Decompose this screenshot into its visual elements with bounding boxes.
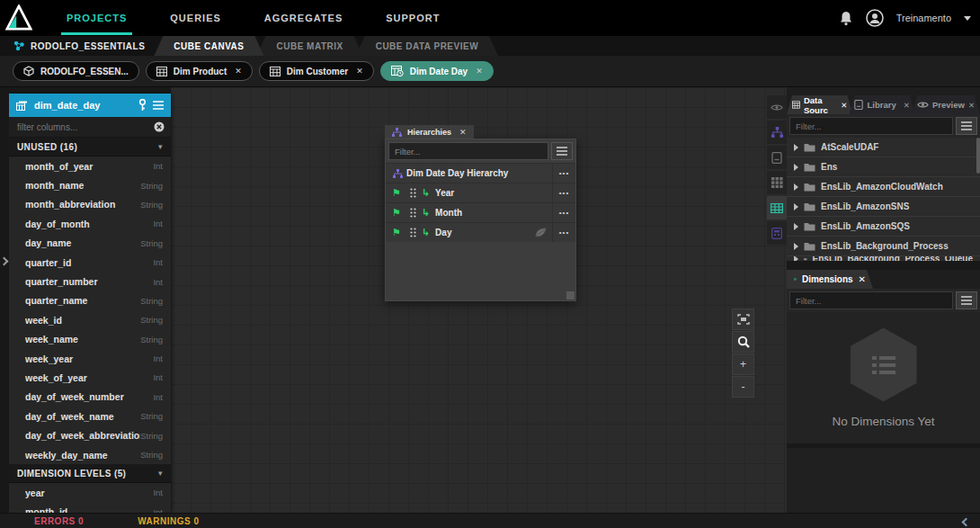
hierarchy-filter-input[interactable] bbox=[388, 142, 548, 160]
clear-filter-icon[interactable] bbox=[154, 121, 165, 132]
row-menu-icon[interactable]: ••• bbox=[552, 203, 575, 222]
field-row[interactable]: day_of_monthInt bbox=[9, 214, 171, 233]
field-row[interactable]: month_of_yearInt bbox=[9, 157, 171, 175]
row-menu-icon[interactable]: ••• bbox=[552, 223, 575, 242]
empty-hexagon-icon bbox=[851, 328, 917, 402]
errors-counter[interactable]: ERRORS 0 bbox=[34, 516, 84, 526]
field-row[interactable]: month_idInt bbox=[9, 503, 171, 513]
close-icon[interactable]: ✕ bbox=[859, 274, 866, 284]
left-panel-collapse-handle[interactable] bbox=[1, 252, 7, 268]
field-name: week_name bbox=[25, 334, 140, 345]
atscale-logo-icon[interactable] bbox=[4, 3, 34, 33]
key-icon[interactable] bbox=[138, 99, 147, 112]
close-icon[interactable]: ✕ bbox=[841, 101, 847, 110]
row-menu-icon[interactable]: ••• bbox=[552, 164, 575, 183]
datasource-menu-icon[interactable] bbox=[956, 117, 977, 135]
nav-support[interactable]: SUPPORT bbox=[364, 0, 461, 36]
drag-handle-icon[interactable] bbox=[403, 228, 420, 237]
field-row[interactable]: day_of_week_numberInt bbox=[9, 388, 171, 407]
measures-toggle-icon[interactable] bbox=[767, 221, 787, 245]
field-row[interactable]: week_yearInt bbox=[9, 349, 171, 368]
folder-icon bbox=[804, 202, 815, 211]
chip-project[interactable]: RODOLFO_ESSEN... bbox=[13, 61, 139, 81]
chip-dim-date-day[interactable]: Dim Date Day ✕ bbox=[380, 61, 494, 81]
field-row[interactable]: quarter_idInt bbox=[9, 253, 171, 272]
dataset-menu-icon[interactable] bbox=[153, 101, 164, 110]
folder-row[interactable]: EnsLib_AmazonCloudWatch bbox=[787, 177, 980, 197]
dataset-panel-header[interactable]: dim_date_day bbox=[9, 94, 171, 117]
user-avatar-icon[interactable] bbox=[866, 9, 884, 27]
chip-dim-customer[interactable]: Dim Customer ✕ bbox=[259, 61, 374, 81]
field-row[interactable]: weekly_day_nameString bbox=[9, 445, 171, 464]
hierarchy-menu-icon[interactable] bbox=[551, 142, 573, 160]
tab-preview[interactable]: Preview ✕ bbox=[912, 95, 980, 114]
folder-row[interactable]: EnsLib_AmazonSNS bbox=[787, 197, 980, 217]
data-sources-toggle-icon[interactable] bbox=[767, 171, 787, 194]
folder-row-clipped[interactable]: EnsLib_Background_Process_Queue bbox=[787, 256, 980, 261]
statusbar-collapse-handle[interactable] bbox=[963, 513, 969, 528]
field-row[interactable]: quarter_nameString bbox=[9, 291, 171, 310]
tab-library[interactable]: Library ✕ bbox=[849, 95, 914, 114]
tab-data-sources[interactable]: Data Sourc ✕ bbox=[787, 95, 852, 114]
hierarchies-toggle-icon[interactable] bbox=[767, 121, 787, 144]
nav-projects[interactable]: PROJECTS bbox=[45, 0, 148, 36]
window-resize-handle[interactable] bbox=[566, 291, 575, 300]
hierarchy-level-row-year[interactable]: ⚑ ↳ Year ••• bbox=[386, 183, 575, 202]
nav-aggregates[interactable]: AGGREGATES bbox=[243, 0, 364, 36]
nav-queries[interactable]: QUERIES bbox=[148, 0, 243, 36]
zoom-search-icon[interactable] bbox=[732, 331, 754, 353]
field-row[interactable]: yearInt bbox=[9, 483, 171, 502]
book-icon bbox=[854, 100, 863, 110]
folder-row[interactable]: EnsLib_AmazonSQS bbox=[787, 217, 980, 237]
folder-row[interactable]: AtScaleUDAF bbox=[787, 138, 980, 157]
hierarchy-level-row-day[interactable]: ⚑ ↳ Day ••• bbox=[386, 222, 575, 242]
row-menu-icon[interactable]: ••• bbox=[552, 183, 575, 202]
user-menu[interactable]: Treinamento bbox=[896, 13, 951, 23]
folder-row[interactable]: Ens bbox=[787, 157, 980, 177]
fit-to-screen-icon[interactable] bbox=[732, 309, 754, 330]
datasource-filter-input[interactable] bbox=[789, 117, 953, 135]
field-row[interactable]: week_idString bbox=[9, 310, 171, 329]
field-row[interactable]: quarter_numberInt bbox=[9, 272, 171, 291]
field-row[interactable]: week_of_yearInt bbox=[9, 368, 171, 387]
chip-close-icon[interactable]: ✕ bbox=[235, 67, 242, 76]
drag-handle-icon[interactable] bbox=[403, 188, 420, 198]
column-filter-input[interactable] bbox=[15, 121, 154, 133]
hierarchy-root-row[interactable]: Dim Date Day Hierarchy ••• bbox=[386, 163, 575, 183]
section-dimension-levels[interactable]: DIMENSION LEVELS (5) ▾ bbox=[9, 464, 171, 483]
chip-close-icon[interactable]: ✕ bbox=[356, 67, 363, 76]
close-icon[interactable]: ✕ bbox=[968, 101, 975, 110]
field-row[interactable]: day_of_week_abbreviationString bbox=[9, 425, 171, 444]
field-row[interactable]: week_nameString bbox=[9, 330, 171, 349]
tab-cube-matrix[interactable]: CUBE MATRIX bbox=[256, 36, 362, 56]
field-row[interactable]: month_nameString bbox=[9, 175, 171, 194]
preview-eye-icon[interactable] bbox=[767, 95, 787, 119]
zoom-in-button[interactable]: + bbox=[732, 353, 754, 375]
scrollbar-thumb[interactable] bbox=[976, 138, 980, 174]
tab-cube-canvas[interactable]: CUBE CANVAS bbox=[154, 36, 263, 56]
zoom-out-button[interactable]: - bbox=[732, 376, 754, 398]
project-breadcrumb[interactable]: RODOLFO_ESSENTIALS bbox=[0, 36, 161, 56]
notifications-bell-icon[interactable] bbox=[839, 11, 853, 26]
library-toggle-icon[interactable] bbox=[767, 146, 787, 169]
chip-close-icon[interactable]: ✕ bbox=[476, 67, 483, 76]
drag-handle-icon[interactable] bbox=[403, 208, 420, 218]
field-name: day_of_week_name bbox=[25, 411, 140, 422]
warnings-counter[interactable]: WARNINGS 0 bbox=[138, 516, 199, 526]
dimensions-filter-input[interactable] bbox=[789, 291, 953, 309]
chip-dim-product[interactable]: Dim Product ✕ bbox=[146, 61, 253, 81]
tab-dimensions[interactable]: Dimensions ✕ bbox=[787, 270, 873, 289]
section-unused[interactable]: UNUSED (16) ▾ bbox=[9, 138, 171, 157]
field-row[interactable]: day_of_week_nameString bbox=[9, 407, 171, 425]
dimensions-toggle-icon[interactable] bbox=[767, 196, 787, 219]
hierarchies-window-tab[interactable]: Hierarchies ✕ bbox=[385, 125, 474, 139]
tab-cube-data-preview[interactable]: CUBE DATA PREVIEW bbox=[356, 36, 498, 56]
close-icon[interactable]: ✕ bbox=[904, 101, 910, 110]
dimensions-menu-icon[interactable] bbox=[956, 291, 977, 309]
field-row[interactable]: month_abbreviationString bbox=[9, 195, 171, 214]
user-menu-caret-icon[interactable] bbox=[964, 16, 971, 21]
hierarchy-level-row-month[interactable]: ⚑ ↳ Month ••• bbox=[386, 202, 575, 222]
folder-row[interactable]: EnsLib_Background_Process bbox=[787, 237, 980, 256]
close-icon[interactable]: ✕ bbox=[459, 128, 467, 137]
field-row[interactable]: day_nameString bbox=[9, 234, 171, 253]
